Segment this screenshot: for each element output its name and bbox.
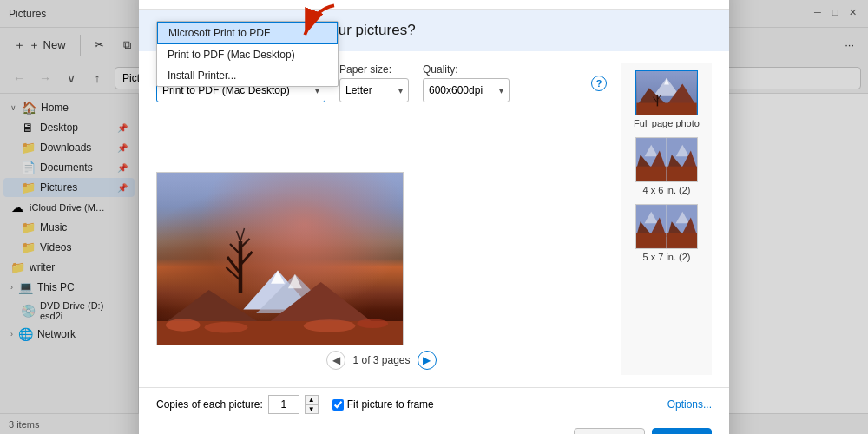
copies-label: Copies of each picture:: [156, 398, 263, 411]
paper-size-select[interactable]: Letter ▾: [339, 78, 409, 102]
thumb-mini-svg-2: [667, 138, 698, 181]
preview-section: ◀ 1 of 3 pages ▶: [156, 172, 607, 375]
thumb-5x7-grid: [636, 205, 697, 248]
cancel-button[interactable]: Cancel: [574, 428, 645, 434]
svg-point-11: [357, 319, 388, 328]
dialog-body: Printer: Print to PDF (Mac Desktop) ▾ Pa…: [139, 51, 729, 387]
dialog-overlay: 🖨 Print Pictures ✕ How do you want to pr…: [0, 0, 868, 434]
dialog-titlebar: 🖨 Print Pictures ✕: [139, 0, 729, 10]
landscape-photo: [157, 173, 403, 345]
page-info: 1 of 3 pages: [352, 354, 410, 366]
fit-checkbox-group: Fit picture to frame: [332, 398, 434, 411]
thumb-cell-1: [636, 138, 667, 181]
thumbnails-panel: Full page photo: [621, 63, 712, 375]
svg-rect-38: [667, 167, 698, 181]
thumb-landscape-preview: [636, 71, 697, 115]
thumb-image-5x7: [635, 204, 698, 249]
svg-rect-33: [636, 167, 667, 181]
thumbnail-full-page[interactable]: Full page photo: [634, 70, 700, 128]
dialog-bottom-bar: Copies of each picture: ▲ ▼ Fit picture …: [139, 387, 729, 421]
thumb-4x6-grid: [636, 138, 697, 181]
fit-label: Fit picture to frame: [347, 398, 434, 411]
copies-input[interactable]: [268, 395, 299, 414]
help-button[interactable]: ?: [591, 76, 607, 91]
prev-page-button[interactable]: ◀: [326, 351, 345, 370]
thumb-mountain-svg: [636, 71, 697, 115]
next-icon: ▶: [423, 354, 431, 366]
thumb-image-4x6: [635, 137, 698, 182]
thumb-label-full: Full page photo: [634, 118, 700, 128]
svg-rect-48: [667, 233, 698, 248]
copies-increment-button[interactable]: ▲: [305, 395, 319, 404]
options-link[interactable]: Options...: [667, 398, 712, 411]
print-button[interactable]: Print: [652, 428, 712, 434]
quality-value: 600x600dpi: [429, 84, 483, 96]
red-arrow-indicator: [295, 2, 347, 45]
svg-rect-25: [636, 103, 696, 115]
svg-rect-43: [636, 233, 667, 248]
printer-arrow-icon: ▾: [315, 86, 319, 95]
svg-point-9: [205, 322, 248, 333]
thumb-cell-4: [667, 205, 698, 248]
dropdown-item-label: Microsoft Print to PDF: [168, 27, 270, 39]
thumb-label-4x6: 4 x 6 in. (2): [642, 185, 690, 195]
fit-checkbox[interactable]: [332, 399, 344, 411]
mountain-svg: [157, 266, 403, 345]
question-mark-icon: ?: [596, 78, 602, 89]
next-page-button[interactable]: ▶: [418, 351, 437, 370]
prev-icon: ◀: [332, 354, 340, 366]
dropdown-item-print-pdf-mac[interactable]: Print to PDF (Mac Desktop): [157, 44, 338, 65]
paper-size-label: Paper size:: [339, 63, 409, 76]
thumbnail-4x6[interactable]: 4 x 6 in. (2): [635, 137, 698, 195]
copies-group: Copies of each picture: ▲ ▼: [156, 395, 319, 414]
paper-size-value: Letter: [345, 84, 372, 96]
thumb-mini-svg-3: [636, 205, 667, 248]
preview-nav: ◀ 1 of 3 pages ▶: [156, 345, 607, 375]
thumb-label-5x7: 5 x 7 in. (2): [642, 252, 690, 262]
quality-group: Quality: 600x600dpi ▾: [423, 63, 510, 102]
dialog-actions: Cancel Print: [139, 421, 729, 434]
dropdown-item-install-printer[interactable]: Install Printer...: [157, 65, 338, 86]
thumb-image-full: [635, 70, 698, 115]
quality-arrow-icon: ▾: [499, 86, 503, 95]
paper-size-arrow-icon: ▾: [398, 86, 403, 95]
quality-select[interactable]: 600x600dpi ▾: [423, 78, 510, 102]
thumb-mini-svg-1: [636, 138, 667, 181]
print-dialog: 🖨 Print Pictures ✕ How do you want to pr…: [139, 0, 729, 434]
paper-size-group: Paper size: Letter ▾: [339, 63, 409, 102]
dialog-left-panel: Printer: Print to PDF (Mac Desktop) ▾ Pa…: [156, 63, 607, 375]
thumb-cell-2: [667, 138, 698, 181]
copies-decrement-button[interactable]: ▼: [305, 404, 319, 414]
dialog-close-button[interactable]: ✕: [694, 0, 719, 2]
dropdown-item-label: Print to PDF (Mac Desktop): [168, 49, 295, 61]
svg-point-8: [166, 319, 201, 331]
svg-point-10: [304, 319, 356, 332]
thumb-mini-svg-4: [667, 205, 698, 248]
quality-label: Quality:: [423, 63, 510, 76]
sky-overlay: [157, 173, 403, 250]
thumb-cell-3: [636, 205, 667, 248]
thumbnail-5x7[interactable]: 5 x 7 in. (2): [635, 204, 698, 262]
preview-image: [156, 172, 404, 345]
dropdown-item-label: Install Printer...: [168, 69, 236, 82]
copies-stepper: ▲ ▼: [305, 395, 319, 414]
